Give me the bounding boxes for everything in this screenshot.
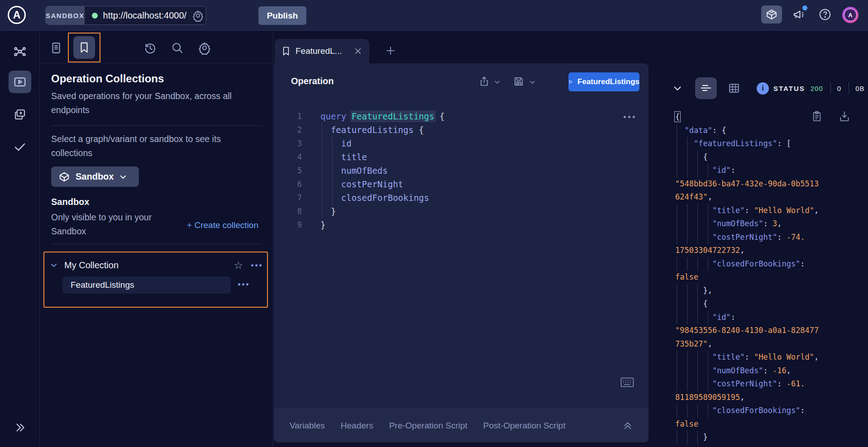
operation-title: Operation [291, 76, 334, 86]
operation-footer-tabs: Variables Headers Pre-Operation Script P… [274, 409, 649, 442]
notification-dot [802, 5, 807, 10]
explorer-nav-button[interactable] [9, 71, 31, 93]
response-panel: i STATUS 200 0 0B { "data": { "featuredL [665, 63, 868, 447]
collapse-response-chevron-icon[interactable] [672, 83, 682, 93]
save-operation-icon[interactable] [513, 75, 525, 88]
tab-label: FeaturedL... [296, 46, 348, 56]
sandbox-mode-badge: SANDBOX [46, 6, 85, 24]
divider [849, 82, 849, 94]
tab-variables[interactable]: Variables [290, 421, 325, 431]
run-button-label: FeaturedListings [577, 77, 639, 86]
left-nav-rail [0, 31, 40, 447]
sandbox-section-title: Sandbox [51, 197, 263, 207]
divider [51, 244, 262, 244]
create-collection-link[interactable]: + Create collection [187, 220, 258, 230]
tab-featuredlistings[interactable]: FeaturedL... [275, 39, 369, 63]
collection-header-row[interactable]: My Collection ☆ [50, 258, 262, 272]
collection-item-featuredlistings[interactable]: FeaturedListings [62, 276, 231, 294]
status-label: STATUS [773, 85, 805, 92]
announcements-megaphone-icon[interactable] [788, 5, 809, 24]
collections-bookmark-icon[interactable] [73, 36, 95, 59]
raw-response-view-button[interactable] [695, 77, 717, 99]
item-more-menu-icon[interactable] [238, 283, 248, 285]
schema-graph-icon[interactable] [9, 40, 31, 63]
my-collection-highlight-box: My Collection ☆ FeaturedListings [43, 252, 268, 308]
collection-name: My Collection [64, 260, 234, 271]
search-icon[interactable] [167, 38, 187, 58]
settings-gear-icon[interactable] [195, 38, 215, 58]
endpoint-group: SANDBOX http://localhost:4000/ [45, 6, 206, 25]
endpoint-url-field[interactable]: http://localhost:4000/ [85, 6, 206, 24]
play-icon [568, 78, 573, 86]
graphql-query-editor[interactable]: 1query FeaturedListings {2 featuredListi… [274, 109, 631, 232]
collections-content: Operation Collections Saved operations f… [51, 63, 263, 244]
chevron-down-icon[interactable] [529, 79, 536, 86]
favorite-star-icon[interactable]: ☆ [234, 260, 243, 271]
chevron-down-icon[interactable] [50, 261, 58, 269]
operation-collections-panel: Operation Collections Saved operations f… [40, 31, 273, 447]
divider [830, 82, 831, 94]
keyboard-shortcuts-icon[interactable] [620, 377, 634, 387]
tab-post-operation-script[interactable]: Post-Operation Script [483, 421, 566, 431]
tab-headers[interactable]: Headers [341, 421, 373, 431]
panel-title: Operation Collections [51, 72, 263, 85]
collection-more-menu-icon[interactable] [251, 264, 262, 266]
share-operation-icon[interactable] [478, 75, 490, 88]
operation-editor-card: Operation FeaturedListin [274, 63, 649, 442]
sandbox-dropdown-button[interactable]: Sandbox [51, 166, 139, 187]
response-json-viewer: { "data": { "featuredListings": [ { "id"… [675, 110, 856, 444]
error-count: 0 [837, 85, 841, 92]
chevron-down-icon[interactable] [494, 79, 501, 86]
apollo-sandbox-app: A SANDBOX http://localhost:4000/ Publish [0, 0, 868, 447]
documentation-icon[interactable] [46, 38, 66, 58]
sandbox-cube-icon [58, 171, 70, 183]
close-tab-icon[interactable] [354, 47, 362, 55]
tab-pre-operation-script[interactable]: Pre-Operation Script [389, 421, 467, 431]
divider [51, 125, 262, 126]
collections-tab-highlight [68, 33, 100, 62]
top-bar: A SANDBOX http://localhost:4000/ Publish [0, 0, 868, 31]
readme-publish-icon[interactable] [9, 103, 31, 126]
connection-settings-gear-icon[interactable] [192, 10, 204, 22]
publish-button[interactable]: Publish [258, 6, 306, 25]
bookmark-icon [282, 46, 290, 56]
status-code: 200 [811, 85, 823, 92]
operation-tab-strip: FeaturedL... [274, 31, 649, 63]
collection-item-label: FeaturedListings [71, 280, 134, 290]
response-size: 0B [855, 85, 864, 92]
expand-rail-icon[interactable] [9, 416, 31, 439]
run-operation-button[interactable]: FeaturedListings [568, 72, 639, 91]
table-view-button[interactable] [725, 79, 743, 97]
expand-footer-chevron-icon[interactable] [623, 420, 633, 431]
panel-subtitle: Saved operations for your Sandbox, acros… [51, 89, 264, 117]
history-icon[interactable] [140, 38, 160, 58]
response-header: i STATUS 200 0 0B [665, 77, 868, 100]
new-tab-plus-icon[interactable] [382, 43, 399, 59]
sandbox-section-subtitle: Only visible to you in your Sandbox [51, 210, 171, 238]
info-icon[interactable]: i [757, 82, 769, 95]
panel-toolbar [40, 31, 273, 63]
help-icon[interactable] [815, 5, 835, 24]
sandbox-cube-button[interactable] [761, 5, 782, 24]
select-hint-text: Select a graph/variant or sandbox to see… [51, 132, 250, 160]
operation-header: Operation FeaturedListin [274, 63, 649, 101]
checks-icon[interactable] [9, 136, 31, 158]
user-avatar[interactable]: A [842, 7, 858, 23]
endpoint-url[interactable]: http://localhost:4000/ [103, 10, 187, 21]
chevron-down-icon [119, 173, 127, 181]
connection-status-dot [92, 13, 98, 19]
sandbox-dropdown-label: Sandbox [76, 171, 114, 182]
apollo-logo-icon[interactable]: A [8, 6, 26, 24]
